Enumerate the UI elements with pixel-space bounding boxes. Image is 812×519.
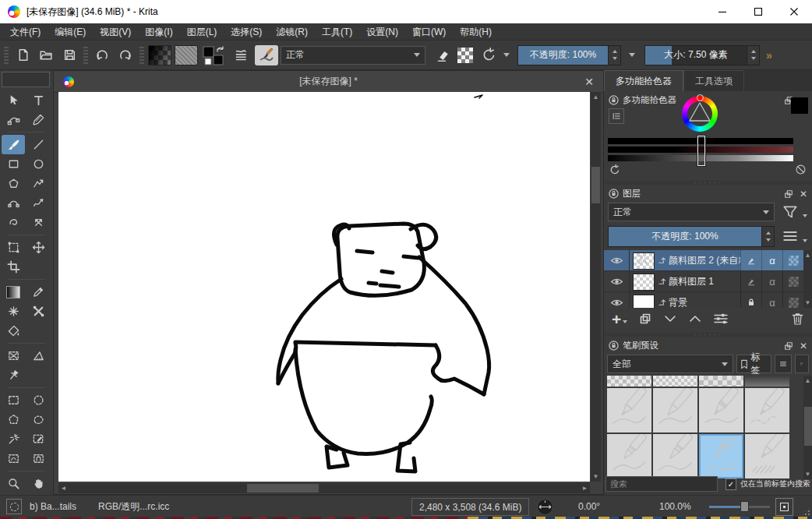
brush-preset[interactable] — [745, 434, 789, 478]
layer-thumbnail[interactable] — [633, 295, 655, 308]
layer-opacity-slider[interactable]: 不透明度: 100% — [608, 226, 775, 247]
scroll-down-icon[interactable]: ▼ — [591, 471, 601, 482]
move-layer-up-button[interactable] — [688, 313, 702, 327]
brush-preset[interactable] — [699, 388, 743, 432]
brush-preset[interactable] — [699, 376, 743, 387]
saturation-value-triangle[interactable] — [688, 102, 711, 125]
smart-patch-tool[interactable] — [26, 302, 50, 321]
reload-preset-button[interactable] — [478, 45, 499, 65]
reference-images-tool[interactable] — [2, 365, 25, 385]
move-layer-down-button[interactable] — [663, 313, 677, 327]
search-scope-checkbox[interactable]: ✓ — [726, 478, 736, 490]
pan-tool[interactable] — [26, 474, 50, 493]
layer-thumbnail[interactable] — [633, 252, 655, 270]
toolbar-overflow-button[interactable]: » — [766, 49, 772, 62]
calligraphy-tool[interactable] — [26, 110, 50, 129]
polygonal-select-tool[interactable] — [2, 410, 25, 429]
fill-tool[interactable] — [2, 321, 25, 341]
move-tool[interactable] — [26, 238, 50, 257]
opacity-slider[interactable]: 不透明度: 100% — [517, 45, 621, 65]
menu-tools[interactable]: 工具(T) — [315, 23, 359, 41]
brush-size-spinner[interactable] — [747, 46, 759, 65]
blend-mode-dropdown[interactable]: 正常 — [281, 46, 425, 65]
brush-preset[interactable] — [653, 434, 697, 478]
layer-thumbnail[interactable] — [633, 274, 655, 291]
selection-shape-indicator[interactable] — [6, 496, 22, 517]
redo-button[interactable] — [115, 45, 136, 65]
layer-visibility-eye-icon[interactable] — [604, 250, 630, 270]
layer-alpha-lock-icon[interactable]: α — [761, 271, 782, 291]
canvas-rotation-dial[interactable] — [536, 496, 554, 517]
foreground-background-colors[interactable] — [202, 44, 227, 66]
polygon-tool[interactable] — [2, 174, 25, 193]
canvas-close-icon[interactable]: ✕ — [584, 76, 594, 88]
layer-visibility-eye-icon[interactable] — [604, 292, 630, 308]
current-brush-name[interactable]: b) Ba...tails — [30, 496, 76, 517]
canvas-tab-bar[interactable]: [未保存图像] * ✕ — [54, 71, 603, 93]
preserve-alpha-button[interactable] — [455, 45, 475, 65]
save-button[interactable] — [59, 45, 79, 65]
scroll-right-icon[interactable]: ► — [580, 483, 590, 493]
layer-row[interactable]: 颜料图层 2 (来自粘贴) α — [604, 250, 803, 271]
multibrush-tool[interactable] — [26, 213, 50, 232]
preset-menu-button[interactable] — [775, 355, 792, 373]
layer-locked-icon[interactable] — [740, 292, 761, 308]
brush-preset[interactable] — [607, 434, 651, 478]
edit-shapes-tool[interactable] — [2, 110, 25, 129]
brush-preset[interactable] — [607, 376, 651, 387]
fit-zoom-button[interactable] — [775, 496, 793, 517]
window-resize-grip[interactable] — [801, 507, 811, 517]
brush-preset[interactable] — [607, 388, 651, 432]
current-color-swatch[interactable] — [791, 97, 808, 114]
line-tool[interactable] — [26, 135, 50, 154]
transform-tool[interactable] — [2, 238, 25, 257]
bezier-curve-tool[interactable] — [2, 193, 25, 213]
add-layer-button[interactable]: + — [612, 312, 627, 327]
layer-inherit-alpha-icon[interactable] — [782, 271, 803, 291]
freehand-path-tool[interactable] — [26, 193, 50, 213]
gradient-swatch-button[interactable] — [148, 45, 171, 65]
layer-edit-lock-icon[interactable] — [740, 250, 761, 270]
ellipse-tool[interactable] — [26, 154, 50, 174]
layer-properties-button[interactable] — [713, 312, 729, 328]
duplicate-layer-button[interactable] — [638, 312, 652, 328]
brush-preset[interactable] — [745, 376, 789, 387]
layer-blend-mode-dropdown[interactable]: 正常 — [608, 203, 775, 221]
tag-button[interactable]: 标签 — [736, 355, 771, 373]
update-color-icon[interactable] — [609, 164, 622, 177]
vertical-scroll-thumb[interactable] — [591, 167, 600, 203]
dynamic-brush-tool[interactable] — [2, 213, 25, 232]
edit-brush-settings-button[interactable] — [255, 45, 278, 65]
canvas-horizontal-scrollbar[interactable]: ◄ ► — [58, 483, 590, 493]
minimize-button[interactable] — [704, 0, 740, 23]
chevron-down-icon[interactable] — [803, 239, 807, 242]
transform-select-tool[interactable] — [2, 90, 25, 110]
docker-lock-icon[interactable] — [609, 341, 619, 351]
preset-search-input[interactable] — [605, 476, 718, 492]
horizontal-scroll-thumb[interactable] — [247, 484, 319, 493]
rectangular-select-tool[interactable] — [2, 390, 25, 410]
gradient-tool[interactable] — [2, 282, 25, 302]
colorize-mask-tool[interactable] — [2, 302, 25, 321]
open-document-button[interactable] — [36, 45, 56, 65]
menu-view[interactable]: 视图(V) — [93, 23, 138, 41]
layer-options-menu-button[interactable] — [782, 228, 799, 246]
bezier-select-tool[interactable] — [2, 449, 25, 468]
zoom-tool[interactable] — [2, 474, 25, 493]
scroll-left-icon[interactable]: ◄ — [58, 483, 69, 493]
docker-lock-icon[interactable] — [609, 95, 619, 105]
crop-tool[interactable] — [2, 257, 25, 277]
choose-brush-preset-button[interactable] — [231, 45, 251, 65]
menu-file[interactable]: 文件(F) — [3, 23, 48, 41]
layer-list-scrollbar[interactable]: ▲ ▼ — [803, 250, 812, 308]
color-slider-handle[interactable] — [697, 136, 705, 166]
no-color-icon[interactable] — [795, 164, 808, 177]
color-history-button[interactable] — [609, 108, 624, 124]
hue-ring[interactable] — [682, 96, 718, 132]
menu-edit[interactable]: 编辑(E) — [48, 23, 93, 41]
rotation-angle-value[interactable]: 0.00° — [578, 496, 600, 517]
close-button[interactable] — [776, 0, 812, 23]
zoom-slider[interactable] — [709, 496, 770, 517]
new-document-button[interactable] — [12, 45, 33, 65]
brush-size-slider[interactable]: 大小: 7.50 像素 — [644, 45, 760, 65]
